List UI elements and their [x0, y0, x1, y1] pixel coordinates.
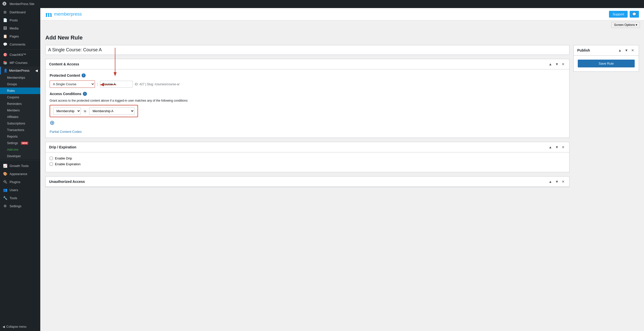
content-meta: ID: 427 | Slug: /courses/course-a/: [135, 82, 180, 86]
mp-courses-icon: 📚: [3, 61, 8, 65]
sidebar-item-growth-tools[interactable]: 📈 Growth Tools: [0, 162, 40, 170]
enable-expiration-row: Enable Expiration: [50, 162, 565, 166]
sidebar-item-affiliates[interactable]: Affiliates: [0, 114, 40, 120]
sidebar-item-addons[interactable]: Add-ons: [0, 146, 40, 153]
sidebar-item-settings[interactable]: Settings NEW: [0, 140, 40, 146]
sidebar-memberpress-header[interactable]: 👤 MemberPress ◀: [0, 67, 40, 74]
memberpress-collapse-icon: ◀: [35, 69, 38, 72]
comments-icon: 💬: [3, 42, 8, 46]
sidebar-item-subscriptions[interactable]: Subscriptions: [0, 120, 40, 127]
chat-icon-button[interactable]: 💬: [630, 11, 639, 18]
collapse-menu[interactable]: ◀ Collapse menu: [0, 322, 40, 331]
sidebar-item-reports[interactable]: Reports: [0, 133, 40, 140]
condition-type-select[interactable]: Membership Member Capability: [53, 107, 81, 115]
tools-label: Tools: [10, 196, 17, 200]
publish-up[interactable]: ▲: [617, 48, 623, 53]
support-button[interactable]: Support: [609, 11, 628, 18]
drip-metabox-up[interactable]: ▲: [548, 145, 553, 150]
enable-expiration-label[interactable]: Enable Expiration: [55, 162, 81, 166]
top-bar: m memberpress Support 💬: [40, 8, 644, 20]
enable-drip-row: Enable Drip: [50, 156, 565, 160]
rules-label: Rules: [7, 89, 15, 93]
two-col-layout: Content & Access ▲ ▼ ✕ Protected Content: [45, 45, 639, 191]
enable-expiration-checkbox[interactable]: [50, 162, 53, 166]
sidebar-label-pages: Pages: [10, 34, 19, 38]
save-rule-button[interactable]: Save Rule: [578, 60, 635, 67]
media-icon: 🖼: [3, 26, 8, 30]
site-name[interactable]: MemberPress Site: [10, 2, 35, 6]
unauth-metabox-down[interactable]: ▼: [554, 179, 560, 184]
drip-expiration-body: Enable Drip Enable Expiration: [46, 152, 569, 172]
drip-expiration-metabox: Drip / Expiration ▲ ▼ ✕ Enable Drip: [45, 142, 569, 172]
sidebar-label-posts: Posts: [10, 18, 18, 22]
posts-icon: 📄: [3, 18, 8, 22]
content-type-select[interactable]: A Single Course All Content A Single Pos…: [50, 80, 95, 88]
sidebar-item-dashboard[interactable]: ⊞ Dashboard: [0, 8, 40, 16]
partial-content-codes-link[interactable]: Partial Content Codes: [50, 130, 82, 134]
sidebar-item-media[interactable]: 🖼 Media: [0, 24, 40, 32]
rule-title-input[interactable]: [45, 45, 569, 55]
protected-content-info-icon[interactable]: i: [82, 73, 86, 77]
memberpress-submenu: Memberships Groups Rules Coupons Reminde…: [0, 74, 40, 159]
sidebar-item-coachkit[interactable]: 🎯 CoachKit™: [0, 51, 40, 59]
sidebar-item-appearance[interactable]: 🎨 Appearance: [0, 170, 40, 178]
sidebar-item-groups[interactable]: Groups: [0, 81, 40, 88]
condition-value-select[interactable]: Membership A Membership B Membership C: [89, 107, 134, 115]
subscriptions-label: Subscriptions: [7, 122, 25, 125]
protected-content-row: A Single Course All Content A Single Pos…: [50, 80, 565, 88]
sidebar-item-tools[interactable]: 🔧 Tools: [0, 194, 40, 202]
unauthorized-access-header: Unauthorized Access ▲ ▼ ✕: [46, 177, 569, 187]
sidebar-item-members[interactable]: Members: [0, 107, 40, 114]
mp-logo-text: memberpress: [54, 12, 82, 17]
top-bar-actions: Support 💬: [609, 11, 639, 18]
dashboard-icon: ⊞: [3, 10, 8, 14]
settings-wp-label: Settings: [10, 204, 21, 208]
pages-icon: 📋: [3, 34, 8, 38]
wp-logo-icon[interactable]: 🅦: [3, 2, 7, 6]
publish-body: Save Rule: [574, 56, 639, 71]
sidebar-item-plugins[interactable]: 🔌 Plugins: [0, 178, 40, 186]
main-column: Content & Access ▲ ▼ ✕ Protected Content: [45, 45, 569, 191]
sidebar-item-posts[interactable]: 📄 Posts: [0, 16, 40, 24]
metabox-collapse-down[interactable]: ▼: [554, 62, 560, 67]
sidebar-item-pages[interactable]: 📋 Pages: [0, 32, 40, 40]
sidebar-item-comments[interactable]: 💬 Comments: [0, 40, 40, 48]
drip-metabox-controls: ▲ ▼ ✕: [548, 145, 566, 150]
sidebar-item-settings-wp[interactable]: ⚙ Settings: [0, 202, 40, 210]
publish-header: Publish ▲ ▼ ✕: [574, 45, 639, 56]
sidebar-label-media: Media: [10, 26, 18, 30]
sidebar-item-developer[interactable]: Developer: [0, 153, 40, 159]
drip-metabox-down[interactable]: ▼: [554, 145, 560, 150]
content-access-title: Content & Access: [49, 62, 79, 66]
sidebar-item-transactions[interactable]: Transactions: [0, 127, 40, 133]
page-content: Add New Rule Content & Access ▲ ▼: [40, 29, 644, 196]
drip-metabox-close[interactable]: ✕: [561, 145, 566, 150]
access-conditions-info-icon[interactable]: i: [83, 92, 87, 96]
sidebar-item-reminders[interactable]: Reminders: [0, 101, 40, 107]
publish-close[interactable]: ✕: [630, 48, 635, 53]
appearance-icon: 🎨: [3, 172, 8, 176]
condition-row: Membership Member Capability is Membersh…: [50, 105, 138, 117]
content-name-input[interactable]: [100, 81, 133, 88]
sidebar-item-mp-courses[interactable]: 📚 MP Courses: [0, 59, 40, 67]
sidebar-item-rules[interactable]: Rules: [0, 88, 40, 94]
add-condition-button[interactable]: ⊕: [50, 120, 55, 126]
sidebar-item-coupons[interactable]: Coupons: [0, 94, 40, 101]
enable-drip-checkbox[interactable]: [50, 157, 53, 160]
enable-drip-label[interactable]: Enable Drip: [55, 156, 72, 160]
protected-content-row-wrapper: A Single Course All Content A Single Pos…: [50, 80, 565, 88]
unauth-metabox-close[interactable]: ✕: [561, 179, 566, 184]
unauthorized-access-title: Unauthorized Access: [49, 180, 85, 184]
page-header-row: Add New Rule: [45, 34, 639, 41]
sidebar-item-users[interactable]: 👥 Users: [0, 186, 40, 194]
coachkit-icon: 🎯: [3, 53, 8, 57]
sidebar-item-memberships[interactable]: Memberships: [0, 74, 40, 81]
content-access-header: Content & Access ▲ ▼ ✕: [46, 59, 569, 69]
unauth-metabox-up[interactable]: ▲: [548, 179, 553, 184]
transactions-label: Transactions: [7, 128, 24, 132]
publish-down[interactable]: ▼: [624, 48, 629, 53]
screen-options-button[interactable]: Screen Options ▾: [611, 22, 640, 28]
metabox-close[interactable]: ✕: [561, 62, 566, 67]
sidebar: ⊞ Dashboard 📄 Posts 🖼 Media 📋 Pages 💬 Co…: [0, 8, 40, 331]
metabox-collapse-up[interactable]: ▲: [548, 62, 553, 67]
